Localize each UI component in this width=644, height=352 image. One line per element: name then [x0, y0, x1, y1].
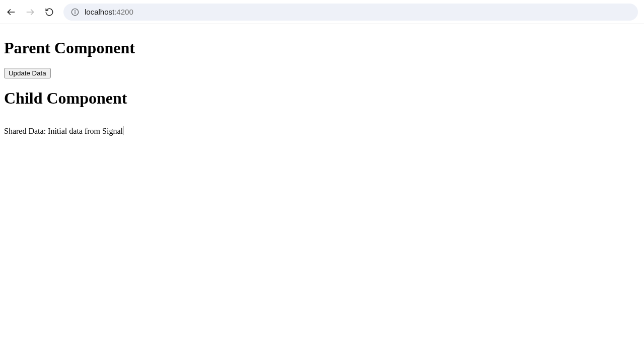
url-port: :4200: [114, 8, 133, 16]
shared-data-text: Shared Data: Initial data from Signal: [4, 126, 123, 136]
update-data-button[interactable]: Update Data: [4, 68, 51, 78]
text-cursor: [123, 126, 123, 135]
url-host: localhost: [85, 8, 114, 16]
parent-heading: Parent Component: [4, 39, 640, 57]
shared-data-value: Shared Data: Initial data from Signal: [4, 127, 123, 135]
site-info-button[interactable]: [70, 8, 80, 17]
arrow-right-icon: [25, 7, 35, 17]
address-bar[interactable]: localhost:4200: [63, 4, 638, 21]
nav-button-group: [6, 7, 54, 17]
url-text: localhost:4200: [85, 8, 133, 16]
page-content: Parent Component Update Data Child Compo…: [0, 24, 644, 148]
info-icon: [71, 8, 79, 16]
svg-point-4: [75, 10, 76, 11]
forward-button[interactable]: [25, 7, 35, 17]
browser-toolbar: localhost:4200: [0, 0, 644, 24]
back-button[interactable]: [6, 7, 16, 17]
reload-icon: [45, 8, 54, 17]
arrow-left-icon: [6, 7, 16, 17]
child-heading: Child Component: [4, 89, 640, 108]
reload-button[interactable]: [44, 7, 54, 17]
